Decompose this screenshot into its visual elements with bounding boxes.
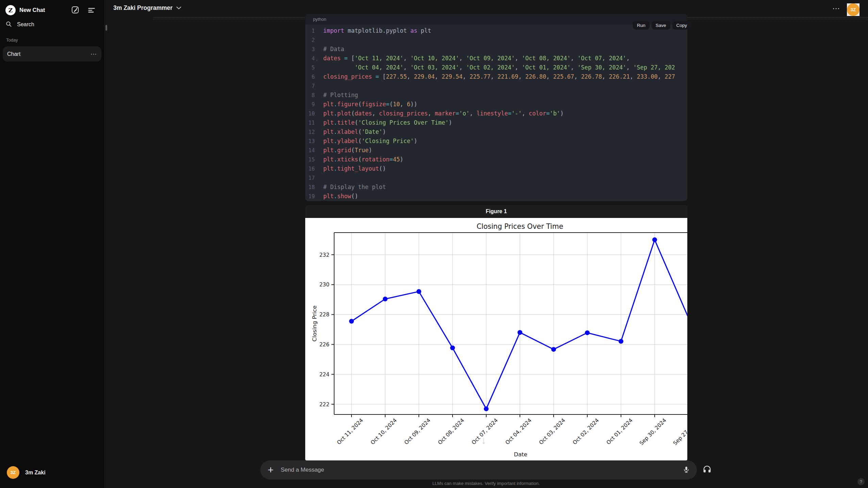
scroll-to-bottom-button[interactable]: ↓ [481, 435, 486, 446]
line-number: 12 [305, 128, 315, 137]
edit-icon [71, 5, 80, 15]
fold-chevron-icon[interactable]: ⌄ [316, 54, 318, 64]
voice-mode-button[interactable] [702, 465, 712, 475]
line-number: 15 [305, 155, 315, 164]
chat-title: Chart [7, 51, 91, 57]
code-line: 5 'Oct 04, 2024', 'Oct 03, 2024', 'Oct 0… [305, 63, 687, 72]
svg-text:Sep 30, 2024: Sep 30, 2024 [638, 417, 668, 446]
sidebar-item-chart[interactable]: Chart ⋯ [3, 46, 101, 62]
line-number: 5 [305, 63, 315, 73]
code-line: 16plt.tight_layout() [305, 164, 687, 173]
save-button[interactable]: Save [652, 21, 670, 30]
avatar-initials: 3Z [851, 7, 856, 12]
chat-options-button[interactable]: ⋯ [91, 50, 97, 58]
line-number: 11 [305, 119, 315, 128]
figure-canvas: 222224226228230232Oct 11, 2024Oct 10, 20… [305, 218, 687, 460]
profile-row[interactable]: 3Z 3m Zaki [7, 466, 46, 479]
disclaimer-text: LLMs can make mistakes. Verify important… [104, 481, 868, 486]
svg-text:226: 226 [319, 342, 329, 348]
ellipsis-icon: ⋯ [832, 4, 840, 13]
code-line: 6closing_prices = [227.55, 229.04, 229.5… [305, 72, 687, 81]
line-number: 9 [305, 100, 315, 109]
code-editor: 1import matplotlib.pyplot as plt23# Data… [305, 25, 687, 201]
code-line: 14plt.grid(True) [305, 146, 687, 155]
search-button[interactable]: Search [5, 19, 97, 30]
message-composer[interactable]: + [260, 460, 697, 479]
message-input[interactable] [281, 467, 678, 473]
scrollbar-thumb[interactable] [105, 25, 107, 31]
code-line: 3# Data [305, 45, 687, 54]
avatar: 3Z [7, 466, 19, 479]
svg-text:Oct 03, 2024: Oct 03, 2024 [538, 417, 567, 446]
line-number: 4 [305, 54, 315, 63]
help-icon: ? [860, 479, 862, 484]
search-icon [5, 21, 12, 29]
code-line: 15plt.xticks(rotation=45) [305, 155, 687, 164]
svg-text:Oct 01, 2024: Oct 01, 2024 [605, 417, 634, 446]
line-number: 6 [305, 73, 315, 82]
line-number: 18 [305, 183, 315, 192]
avatar: 3Z [847, 3, 859, 16]
new-chat-button[interactable] [70, 5, 80, 15]
line-number: 14 [305, 146, 315, 155]
mic-button[interactable] [683, 466, 690, 475]
svg-text:Oct 10, 2024: Oct 10, 2024 [370, 417, 398, 446]
svg-text:222: 222 [319, 402, 329, 408]
svg-text:Oct 09, 2024: Oct 09, 2024 [403, 417, 432, 446]
help-button[interactable]: ? [857, 478, 865, 485]
line-number: 19 [305, 192, 315, 201]
app-logo: Z [5, 5, 16, 15]
svg-text:230: 230 [319, 282, 329, 288]
line-number: 17 [305, 174, 315, 183]
search-label: Search [17, 21, 34, 28]
code-line: 2 [305, 35, 687, 45]
user-avatar-button[interactable]: 3Z [847, 3, 859, 16]
copy-button[interactable]: Copy [672, 21, 691, 30]
model-selector[interactable]: 3m Zaki Programmer [113, 4, 181, 12]
figure-label: Figure 1 [486, 208, 507, 215]
svg-text:228: 228 [319, 312, 329, 318]
code-line: 9plt.figure(figsize=(10, 6)) [305, 100, 687, 109]
line-number: 16 [305, 164, 315, 174]
svg-text:Oct 08, 2024: Oct 08, 2024 [437, 417, 465, 446]
profile-name: 3m Zaki [25, 470, 46, 476]
language-label: python [313, 14, 326, 25]
menu-lines-icon [87, 5, 96, 15]
code-line: 4⌄dates = ['Oct 11, 2024', 'Oct 10, 2024… [305, 54, 687, 63]
code-line: 17 [305, 173, 687, 183]
line-number: 1 [305, 27, 315, 36]
line-number: 3 [305, 45, 315, 54]
conversation-options-button[interactable]: ⋯ [832, 4, 840, 13]
avatar-initials: 3Z [11, 470, 16, 475]
line-number: 10 [305, 109, 315, 119]
microphone-icon [683, 466, 690, 475]
run-button[interactable]: Run [633, 21, 650, 30]
code-line: 7 [305, 81, 687, 91]
sidebar-toggle-button[interactable] [86, 5, 97, 15]
figure-chart: 222224226228230232Oct 11, 2024Oct 10, 20… [305, 218, 687, 460]
headphones-icon [702, 470, 712, 475]
svg-text:Oct 11, 2024: Oct 11, 2024 [336, 417, 364, 446]
svg-text:Oct 02, 2024: Oct 02, 2024 [572, 417, 600, 446]
ellipsis-icon: ⋯ [91, 51, 97, 58]
svg-text:Closing Prices Over Time: Closing Prices Over Time [477, 222, 563, 231]
code-line: 19plt.show() [305, 192, 687, 201]
arrow-down-icon: ↓ [481, 435, 486, 446]
code-toolbar: Run Save Copy [633, 21, 865, 30]
attach-button[interactable]: + [268, 465, 274, 475]
code-line: 12plt.xlabel('Date') [305, 127, 687, 137]
sidebar: Z New Chat Search Today [0, 0, 104, 488]
code-line: 8# Plotting [305, 91, 687, 100]
svg-text:Sep 27, 2024: Sep 27, 2024 [672, 417, 687, 446]
app-title: New Chat [19, 7, 45, 13]
svg-text:232: 232 [319, 252, 329, 258]
figure-output: Figure 1 222224226228230232Oct 11, 2024O… [305, 205, 687, 460]
page-title: 3m Zaki Programmer [113, 4, 173, 12]
code-line: 18# Display the plot [305, 183, 687, 192]
history-section-label: Today [6, 37, 18, 43]
code-line: 10plt.plot(dates, closing_prices, marker… [305, 109, 687, 118]
line-number: 13 [305, 137, 315, 146]
code-line: 1import matplotlib.pyplot as plt [305, 26, 687, 35]
svg-text:Oct 04, 2024: Oct 04, 2024 [504, 417, 533, 446]
line-number: 8 [305, 91, 315, 100]
